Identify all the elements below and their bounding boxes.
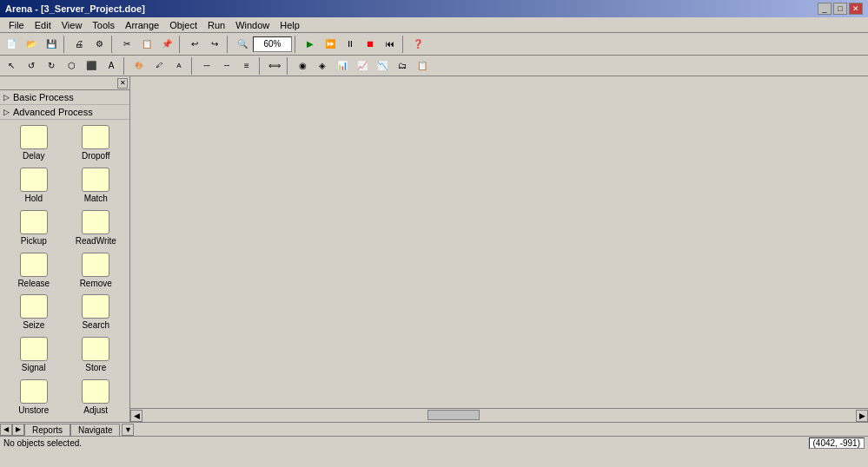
select-button[interactable]: ↖: [2, 56, 21, 76]
panel-item-search[interactable]: Search: [66, 293, 127, 333]
scroll-track-h: [142, 409, 856, 422]
undo-button[interactable]: ↩: [185, 35, 204, 54]
sep2: [111, 36, 115, 53]
panel-icon-remove: [82, 253, 109, 277]
sep4: [227, 36, 230, 53]
tb2-btn11[interactable]: 🗂: [393, 56, 412, 76]
h-scrollbar[interactable]: ◀ ▶: [130, 408, 868, 422]
window-title: Arena - [3_Server_Project.doe]: [5, 3, 145, 14]
menu-window[interactable]: Window: [230, 19, 275, 31]
line-color-button[interactable]: 🖊: [149, 56, 169, 76]
menu-tools[interactable]: Tools: [87, 19, 120, 31]
new-button[interactable]: 📄: [2, 35, 21, 54]
fast-forward-button[interactable]: ⏩: [321, 35, 340, 54]
fill-color-button[interactable]: 🎨: [129, 56, 149, 76]
restore-button[interactable]: □: [833, 3, 847, 15]
tab-nav-left[interactable]: ◀: [0, 424, 12, 436]
tb2-btn2[interactable]: ↻: [42, 56, 61, 76]
line-style-button[interactable]: ─: [197, 56, 216, 76]
tb2-btn3[interactable]: ⬡: [62, 56, 81, 76]
panel-icon-readwrite: [82, 210, 109, 234]
run-button[interactable]: ▶: [301, 35, 320, 54]
tb2-btn6[interactable]: ⟺: [265, 56, 284, 76]
stop-button[interactable]: ⏹: [361, 35, 380, 54]
panel-icon-seize: [20, 294, 48, 319]
panel-item-dropoff[interactable]: Dropoff: [66, 123, 127, 164]
menu-bar: File Edit View Tools Arrange Object Run …: [0, 17, 868, 33]
connect-button[interactable]: ◉: [293, 56, 312, 76]
scroll-left-button[interactable]: ◀: [130, 410, 142, 422]
redo-button[interactable]: ↪: [205, 35, 224, 54]
minimize-button[interactable]: _: [818, 3, 832, 15]
tb2-btn5[interactable]: A: [102, 56, 121, 76]
copy-button[interactable]: 📋: [137, 35, 156, 54]
menu-arrange[interactable]: Arrange: [120, 19, 164, 31]
panel-close-button[interactable]: ✕: [117, 78, 128, 89]
panel-item-store[interactable]: Store: [66, 335, 127, 376]
text-color-button[interactable]: A: [169, 56, 189, 76]
tab-reports[interactable]: Reports: [24, 424, 70, 436]
tb2-btn7[interactable]: ◈: [313, 56, 332, 76]
panel-icon-adjust: [82, 379, 109, 404]
menu-view[interactable]: View: [56, 19, 88, 31]
panel-icon-hold: [20, 168, 48, 192]
window-controls[interactable]: _ □ ✕: [818, 3, 863, 15]
panel-label-delay: Delay: [23, 151, 45, 161]
panel-label-match: Match: [84, 194, 108, 203]
tab-navigate[interactable]: Navigate: [70, 424, 120, 436]
open-button[interactable]: 📂: [22, 35, 41, 54]
status-coordinates: (4042, -991): [809, 437, 865, 449]
panel-icon-signal: [20, 337, 48, 361]
advanced-process-section[interactable]: ▷ Advanced Process: [0, 105, 129, 120]
panel-icon-unstore: [20, 379, 48, 404]
save-button[interactable]: 💾: [42, 35, 61, 54]
panel-icon-match: [82, 168, 109, 192]
tb-btn2[interactable]: ⚙: [89, 35, 109, 54]
menu-help[interactable]: Help: [275, 19, 305, 31]
panel-item-pickup[interactable]: Pickup: [3, 208, 64, 249]
panel-item-remove[interactable]: Remove: [66, 251, 127, 292]
panel-item-readwrite[interactable]: ReadWrite: [66, 208, 127, 249]
print-button[interactable]: 🖨: [70, 35, 89, 54]
advanced-process-arrow: ▷: [3, 108, 10, 116]
panel-item-delay[interactable]: Delay: [3, 123, 64, 164]
status-message: No objects selected.: [3, 438, 82, 448]
panel-icon-release: [20, 253, 48, 277]
line-width-button[interactable]: ≡: [237, 56, 256, 76]
rewind-button[interactable]: ⏮: [381, 35, 400, 54]
panel-item-seize[interactable]: Seize: [3, 293, 64, 333]
dash-style-button[interactable]: ╌: [217, 56, 236, 76]
menu-run[interactable]: Run: [202, 19, 230, 31]
tb2-btn9[interactable]: 📈: [353, 56, 372, 76]
tb2-btn12[interactable]: 📋: [413, 56, 432, 76]
tb2-btn1[interactable]: ↺: [22, 56, 41, 76]
panel-label-search: Search: [82, 320, 109, 330]
scroll-thumb-h[interactable]: [427, 410, 480, 420]
tb2-btn8[interactable]: 📊: [333, 56, 352, 76]
zoom-in-button[interactable]: 🔍: [233, 35, 252, 54]
help-button[interactable]: ❓: [408, 35, 427, 54]
zoom-input[interactable]: [253, 36, 292, 52]
panel-item-signal[interactable]: Signal: [3, 335, 64, 376]
close-button[interactable]: ✕: [849, 3, 863, 15]
tb2-btn4[interactable]: ⬛: [82, 56, 101, 76]
panel-item-release[interactable]: Release: [3, 251, 64, 292]
paste-button[interactable]: 📌: [157, 35, 176, 54]
panel-item-adjust[interactable]: Adjust: [66, 378, 127, 418]
panel-item-hold[interactable]: Hold: [3, 166, 64, 207]
basic-process-arrow: ▷: [3, 93, 10, 102]
tab-menu-button[interactable]: ▼: [122, 424, 134, 436]
step-button[interactable]: ⏸: [341, 35, 360, 54]
menu-object[interactable]: Object: [164, 19, 202, 31]
basic-process-section[interactable]: ▷ Basic Process: [0, 90, 129, 105]
panel-item-unstore[interactable]: Unstore: [3, 378, 64, 418]
cut-button[interactable]: ✂: [117, 35, 136, 54]
scroll-right-button[interactable]: ▶: [856, 410, 868, 422]
tb2-btn10[interactable]: 📉: [373, 56, 392, 76]
tab-nav-right[interactable]: ▶: [12, 424, 24, 436]
menu-edit[interactable]: Edit: [30, 19, 56, 31]
left-panel: ✕ ▷ Basic Process ▷ Advanced Process Del…: [0, 76, 130, 422]
menu-file[interactable]: File: [3, 19, 30, 31]
bottom-tabs: ◀ ▶ Reports Navigate ▼: [0, 422, 868, 436]
panel-item-match[interactable]: Match: [66, 166, 127, 207]
